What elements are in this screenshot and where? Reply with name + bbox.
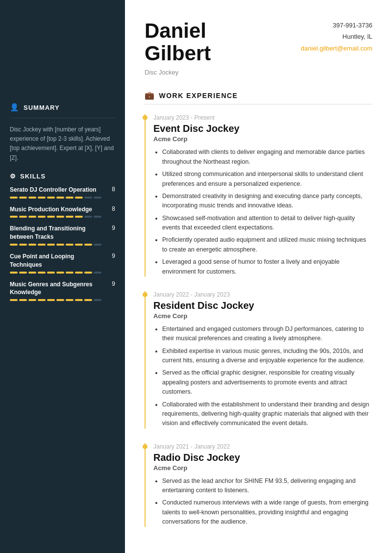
- contact-info: 397-991-3736 Huntley, IL daniel.gilbert@…: [301, 20, 372, 54]
- skill-bar: [10, 272, 115, 274]
- skill-bar-segment: [94, 216, 101, 218]
- bullet-item: Served as the lead anchor for SHINE FM 9…: [162, 477, 372, 496]
- skill-bar-segment: [28, 272, 36, 274]
- skill-bar-segment: [10, 272, 18, 274]
- skill-bar-segment: [94, 244, 101, 246]
- skill-name: Music Genres and Subgenres Knowledge: [10, 280, 108, 297]
- skill-bar-segment: [10, 197, 18, 199]
- skill-bar-segment: [47, 272, 55, 274]
- skill-bar: [10, 244, 115, 246]
- skill-bar-segment: [66, 216, 74, 218]
- bullet-item: Conducted numerous interviews with a wid…: [162, 498, 372, 527]
- skill-bar-segment: [94, 272, 101, 274]
- summary-section-title: 👤 SUMMARY: [10, 103, 115, 112]
- skill-item: Serato DJ Controller Operation8: [10, 186, 115, 199]
- skill-bar-segment: [19, 299, 27, 301]
- skill-bar-segment: [56, 272, 64, 274]
- job-entry: January 2022 - January 2023Resident Disc…: [145, 291, 372, 428]
- skill-bar-segment: [10, 244, 18, 246]
- job-dot: [143, 115, 147, 120]
- first-name: Daniel: [145, 19, 206, 42]
- skill-bar-segment: [28, 216, 36, 218]
- skill-name: Blending and Transitioning between Track…: [10, 225, 108, 241]
- skill-bar-segment: [47, 244, 55, 246]
- skill-bar-segment: [28, 244, 36, 246]
- last-name: Gilbert: [145, 42, 211, 65]
- job-title: Event Disc Jockey: [153, 123, 372, 134]
- job-date: January 2021 - January 2022: [153, 443, 372, 450]
- skill-bar-segment: [66, 299, 74, 301]
- job-bullets: Collaborated with clients to deliver eng…: [153, 148, 372, 276]
- sidebar: 👤 SUMMARY Disc Jockey with [number of ye…: [0, 0, 125, 553]
- person-icon: 👤: [10, 103, 20, 112]
- skill-item: Cue Point and Looping Techniques9: [10, 252, 115, 274]
- skill-bar-segment: [28, 197, 36, 199]
- skill-score: 8: [112, 186, 115, 193]
- job-entry: January 2023 - PresentEvent Disc JockeyA…: [145, 114, 372, 276]
- job-title: Disc Jockey: [145, 69, 211, 76]
- summary-divider: [10, 118, 115, 118]
- briefcase-icon: 💼: [145, 91, 155, 100]
- skills-section: ⚙ SKILLS Serato DJ Controller Operation8…: [0, 168, 125, 313]
- job-company: Acme Corp: [153, 135, 372, 143]
- skills-list: Serato DJ Controller Operation8Music Pro…: [10, 186, 115, 301]
- job-entry: January 2021 - January 2022Radio Disc Jo…: [145, 443, 372, 527]
- sidebar-top-space: [0, 0, 125, 93]
- bullet-item: Entertained and engaged customers throug…: [162, 325, 372, 344]
- skills-icon: ⚙: [10, 173, 16, 180]
- main-content: Daniel Gilbert Disc Jockey 397-991-3736 …: [125, 0, 392, 553]
- skill-score: 9: [112, 280, 115, 287]
- skill-bar-segment: [38, 244, 46, 246]
- skill-name: Serato DJ Controller Operation: [10, 186, 108, 194]
- job-dot: [143, 444, 147, 449]
- skill-bar-segment: [19, 272, 27, 274]
- skill-bar-segment: [66, 197, 74, 199]
- job-dot: [143, 292, 147, 297]
- bullet-item: Demonstrated creativity in designing and…: [162, 192, 372, 211]
- skill-score: 9: [112, 252, 115, 259]
- header: Daniel Gilbert Disc Jockey 397-991-3736 …: [125, 0, 392, 86]
- job-date: January 2022 - January 2023: [153, 291, 372, 298]
- skill-bar-segment: [10, 216, 18, 218]
- skill-bar-segment: [84, 244, 92, 246]
- skill-bar: [10, 197, 115, 199]
- email[interactable]: daniel.gilbert@email.com: [301, 45, 372, 52]
- skill-bar-segment: [19, 216, 27, 218]
- skill-bar-segment: [10, 299, 18, 301]
- skill-score: 9: [112, 225, 115, 231]
- skill-bar-segment: [56, 197, 64, 199]
- skill-bar-segment: [84, 216, 92, 218]
- work-experience-title: 💼 WORK EXPERIENCE: [145, 91, 372, 100]
- bullet-item: Utilized strong communication and interp…: [162, 170, 372, 189]
- skill-bar-segment: [19, 197, 27, 199]
- skills-section-title: ⚙ SKILLS: [10, 173, 115, 180]
- bullet-item: Showcased self-motivation and attention …: [162, 214, 372, 233]
- skill-bar-segment: [66, 244, 74, 246]
- skill-bar-segment: [75, 197, 83, 199]
- skill-bar-segment: [19, 244, 27, 246]
- job-date: January 2023 - Present: [153, 114, 372, 121]
- skill-item: Music Production Knowledge8: [10, 205, 115, 218]
- skill-bar-segment: [38, 272, 46, 274]
- skill-bar-segment: [47, 197, 55, 199]
- bullet-item: Exhibited expertise in various music gen…: [162, 347, 372, 366]
- job-company: Acme Corp: [153, 312, 372, 320]
- skill-bar-segment: [84, 272, 92, 274]
- skill-bar-segment: [47, 299, 55, 301]
- skill-bar-segment: [56, 299, 64, 301]
- full-name: Daniel Gilbert: [145, 20, 211, 65]
- skill-bar-segment: [75, 244, 83, 246]
- location: Huntley, IL: [301, 31, 372, 42]
- bullet-item: Collaborated with the establishment to u…: [162, 400, 372, 428]
- phone: 397-991-3736: [301, 20, 372, 31]
- skill-bar-segment: [94, 197, 101, 199]
- job-title: Resident Disc Jockey: [153, 300, 372, 311]
- skill-item: Music Genres and Subgenres Knowledge9: [10, 280, 115, 302]
- job-title: Radio Disc Jockey: [153, 452, 372, 463]
- skill-bar: [10, 299, 115, 301]
- skill-bar-segment: [56, 244, 64, 246]
- skill-bar-segment: [84, 299, 92, 301]
- skill-bar: [10, 216, 115, 218]
- skill-bar-segment: [38, 216, 46, 218]
- skill-name: Music Production Knowledge: [10, 205, 108, 214]
